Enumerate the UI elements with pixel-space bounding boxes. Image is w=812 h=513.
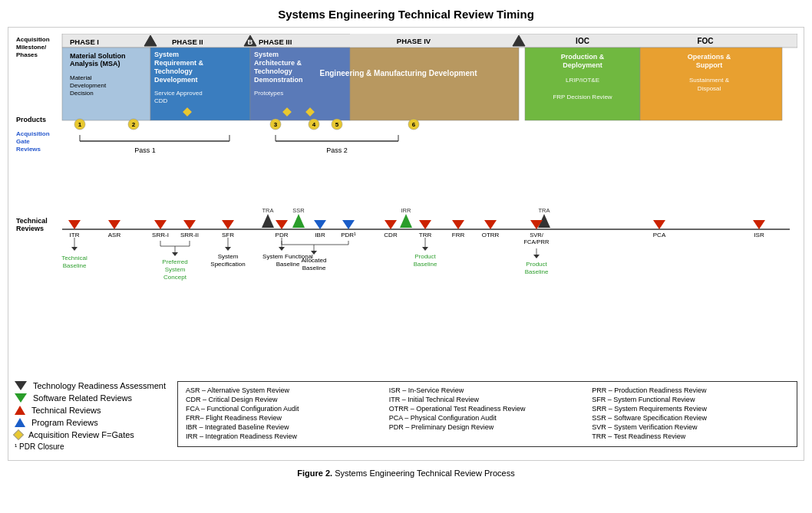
legend-label-6: ¹ PDR Closure <box>15 442 64 451</box>
svg-text:Production &: Production & <box>561 53 605 61</box>
legend-box-grid: ASR – Alternative System Review CDR – Cr… <box>186 386 789 442</box>
legend-col3-item2: SRR – System Requirements Review <box>592 405 789 413</box>
svg-text:Disposal: Disposal <box>698 85 721 92</box>
svg-text:LRIP/IOT&E: LRIP/IOT&E <box>566 77 599 84</box>
svg-text:Allocated: Allocated <box>302 257 327 264</box>
svg-marker-113 <box>276 220 288 229</box>
svg-text:Analysis (MSA): Analysis (MSA) <box>70 60 120 67</box>
svg-text:Specification: Specification <box>210 261 245 268</box>
diagram-container: Acquisition Milestone/ Phases PHASE I Ma… <box>8 27 804 461</box>
svg-text:B: B <box>248 38 253 46</box>
legend-label-2: Software Related Reviews <box>33 393 132 403</box>
svg-rect-33 <box>350 34 519 48</box>
svg-text:FRP Decision Review: FRP Decision Review <box>553 94 612 100</box>
svg-marker-138 <box>452 220 464 229</box>
legend-col2-item0: ISR – In-Service Review <box>389 386 586 394</box>
svg-text:TRA: TRA <box>262 207 274 214</box>
svg-marker-87 <box>68 220 81 229</box>
legend-col3-item5: TRR – Test Readiness Review <box>592 432 789 440</box>
main-diagram-svg: Acquisition Milestone/ Phases PHASE I Ma… <box>15 34 797 210</box>
svg-text:Architecture &: Architecture & <box>254 59 302 67</box>
svg-text:FCA/PRR: FCA/PRR <box>524 238 550 245</box>
figure-caption: Figure 2. Systems Engineering Technical … <box>8 469 804 478</box>
svg-text:System: System <box>218 253 239 260</box>
svg-text:IBR: IBR <box>315 232 325 238</box>
svg-text:PHASE IV: PHASE IV <box>397 37 431 45</box>
svg-text:Prototypes: Prototypes <box>254 90 283 97</box>
legend-col3-item1: SFR – System Functional Review <box>592 396 789 403</box>
svg-text:Development: Development <box>70 82 107 89</box>
legend-col1: ASR – Alternative System Review CDR – Cr… <box>186 386 383 442</box>
svg-text:PHASE II: PHASE II <box>172 38 203 46</box>
svg-text:A: A <box>150 38 156 46</box>
legend-item-2: Software Related Reviews <box>15 393 168 403</box>
svg-text:Operations &: Operations & <box>688 53 731 61</box>
svg-text:PDR: PDR <box>276 232 289 238</box>
legend-col2-item4: PDR – Preliminary Design Review <box>389 423 586 431</box>
page-title: Systems Engineering Technical Review Tim… <box>8 8 804 21</box>
svg-text:System: System <box>165 266 186 273</box>
svg-text:Deployment: Deployment <box>563 61 602 69</box>
svg-text:ASR: ASR <box>108 232 121 238</box>
legend-label-4: Program Reviews <box>31 418 98 427</box>
svg-text:1: 1 <box>78 121 82 128</box>
legend-box: ASR – Alternative System Review CDR – Cr… <box>177 381 797 447</box>
svg-text:Development: Development <box>154 76 198 84</box>
legend-item-4: Program Reviews <box>15 418 168 427</box>
legend-col2: ISR – In-Service Review ITR – Initial Te… <box>389 386 586 442</box>
legend-col2-item1: ITR – Initial Technical Review <box>389 396 586 403</box>
svg-text:Technical: Technical <box>16 217 48 225</box>
svg-marker-135 <box>422 247 428 251</box>
svg-text:PHASE I: PHASE I <box>70 38 99 46</box>
svg-marker-121 <box>342 220 355 229</box>
legend-col1-item2: FCA – Functional Configuration Audit <box>186 405 383 413</box>
svg-marker-132 <box>419 220 431 229</box>
svg-marker-95 <box>154 220 167 229</box>
legend-label-3: Technical Reviews <box>31 406 101 415</box>
svg-text:Technology: Technology <box>154 67 193 75</box>
legend-item-1: Technology Readiness Assessment <box>15 381 168 390</box>
svg-marker-116 <box>279 247 285 251</box>
svg-text:OTRR: OTRR <box>482 232 500 238</box>
legend-section: Technology Readiness Assessment Software… <box>15 381 797 454</box>
svg-text:Material: Material <box>70 74 92 81</box>
svg-text:5: 5 <box>335 121 339 128</box>
svg-text:ISR: ISR <box>754 232 764 238</box>
svg-text:Baseline: Baseline <box>63 262 87 269</box>
svg-text:Requirement &: Requirement & <box>154 59 204 67</box>
svg-marker-81 <box>292 214 305 228</box>
svg-text:Engineering & Manufacturing De: Engineering & Manufacturing Development <box>319 69 477 77</box>
svg-text:Support: Support <box>696 61 723 69</box>
svg-text:SRR-II: SRR-II <box>180 232 199 238</box>
svg-text:3: 3 <box>274 121 278 128</box>
legend-label-5: Acquisition Review F=Gates <box>28 430 134 439</box>
legend-item-3: Technical Reviews <box>15 406 168 415</box>
svg-text:PHASE III: PHASE III <box>259 38 292 46</box>
svg-text:System: System <box>154 51 179 58</box>
legend-col3-item4: SVR – System Verification Review <box>592 423 789 431</box>
svg-text:ITR: ITR <box>70 232 80 238</box>
svg-rect-35 <box>350 48 519 120</box>
svg-text:Preferred: Preferred <box>162 258 187 265</box>
svg-text:FOC: FOC <box>697 37 713 45</box>
svg-text:Material Solution: Material Solution <box>70 52 126 60</box>
svg-text:Baseline: Baseline <box>302 265 326 271</box>
svg-marker-151 <box>753 220 765 229</box>
svg-text:Reviews: Reviews <box>16 225 44 232</box>
svg-marker-93 <box>108 220 120 229</box>
svg-text:6: 6 <box>412 121 416 128</box>
legend-col3-item0: PRR – Production Readiness Review <box>592 386 789 394</box>
svg-text:Milestone/: Milestone/ <box>16 44 47 51</box>
svg-text:Product: Product <box>414 253 436 260</box>
svg-text:Gate: Gate <box>16 138 30 145</box>
figure-caption-text: Systems Engineering Technical Review Pro… <box>332 469 515 478</box>
svg-text:TRA: TRA <box>539 207 550 214</box>
legend-col2-item2: OTRR – Operational Test Readiness Review <box>389 405 586 413</box>
svg-marker-97 <box>183 220 196 229</box>
svg-text:Technical: Technical <box>61 255 87 261</box>
svg-text:TRR: TRR <box>419 232 432 238</box>
svg-marker-146 <box>533 255 540 258</box>
svg-marker-140 <box>484 220 497 229</box>
svg-text:2: 2 <box>132 121 136 128</box>
legend-col2-item3: PCA – Physical Configuration Audit <box>389 414 586 422</box>
